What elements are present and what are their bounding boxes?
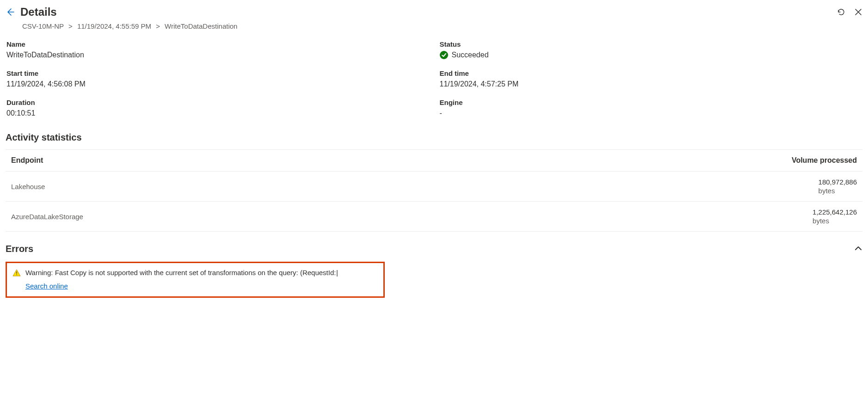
error-highlight-box: Warning: Fast Copy is not supported with…	[6, 262, 385, 298]
breadcrumb-item[interactable]: CSV-10M-NP	[22, 22, 64, 30]
errors-title: Errors	[6, 244, 33, 254]
breadcrumb: CSV-10M-NP > 11/19/2024, 4:55:59 PM > Wr…	[22, 22, 862, 30]
table-row: AzureDataLakeStorage 1,225,642,126 bytes	[6, 202, 862, 232]
engine-label: Engine	[440, 98, 862, 106]
end-time-label: End time	[440, 69, 862, 77]
endpoint-cell: AzureDataLakeStorage	[6, 202, 452, 232]
header-row: Details	[6, 6, 862, 18]
refresh-icon[interactable]	[837, 7, 846, 17]
breadcrumb-item[interactable]: 11/19/2024, 4:55:59 PM	[77, 22, 151, 30]
info-grid: Name WriteToDataDestination Start time 1…	[6, 40, 862, 128]
status-label: Status	[440, 40, 862, 48]
col-endpoint: Endpoint	[6, 150, 452, 172]
breadcrumb-item: WriteToDataDestination	[165, 22, 237, 30]
page-title: Details	[20, 6, 57, 18]
volume-cell: 180,972,886 bytes	[452, 172, 862, 202]
back-arrow-icon[interactable]	[6, 7, 15, 17]
table-row: Lakehouse 180,972,886 bytes	[6, 172, 862, 202]
endpoint-cell: Lakehouse	[6, 172, 452, 202]
activity-statistics-title: Activity statistics	[6, 132, 862, 143]
chevron-up-icon[interactable]	[854, 244, 862, 254]
duration-label: Duration	[6, 98, 429, 106]
engine-value: -	[440, 109, 862, 117]
warning-icon	[12, 269, 21, 278]
svg-rect-2	[16, 274, 17, 275]
close-icon[interactable]	[854, 8, 862, 16]
error-warning-text: Warning: Fast Copy is not supported with…	[25, 269, 336, 276]
search-online-link[interactable]: Search online	[25, 281, 338, 291]
table-header-row: Endpoint Volume processed	[6, 150, 862, 172]
duration-value: 00:10:51	[6, 109, 429, 117]
svg-point-0	[440, 51, 448, 59]
col-volume: Volume processed	[452, 150, 862, 172]
activity-statistics-table: Endpoint Volume processed Lakehouse 180,…	[6, 149, 862, 232]
truncated-indicator	[337, 270, 338, 276]
start-time-label: Start time	[6, 69, 429, 77]
name-value: WriteToDataDestination	[6, 51, 429, 59]
volume-cell: 1,225,642,126 bytes	[452, 202, 862, 232]
svg-rect-1	[16, 271, 17, 274]
success-icon	[440, 51, 448, 59]
start-time-value: 11/19/2024, 4:56:08 PM	[6, 80, 429, 88]
name-label: Name	[6, 40, 429, 48]
errors-header: Errors	[6, 244, 862, 254]
status-value: Succeeded	[452, 51, 489, 59]
end-time-value: 11/19/2024, 4:57:25 PM	[440, 80, 862, 88]
